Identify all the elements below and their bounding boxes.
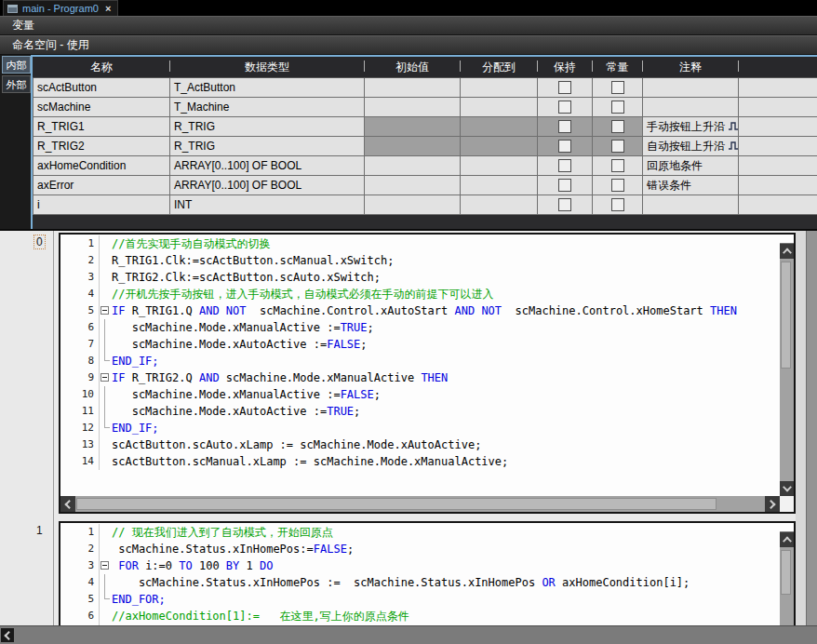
code-line[interactable]: 7 scMachine.Mode.xAutoActive :=FALSE; (60, 336, 780, 353)
constant-checkbox[interactable] (611, 179, 624, 192)
close-icon[interactable]: × (105, 3, 111, 14)
datatype-cell[interactable]: ARRAY[0..100] OF BOOL (170, 156, 365, 176)
code-line[interactable]: 2R_TRIG1.Clk:=scActButton.scManual.xSwit… (60, 252, 780, 269)
datatype-cell[interactable]: R_TRIG (170, 117, 365, 137)
tab-internal-variables[interactable]: 内部 (2, 56, 31, 74)
retain-checkbox[interactable] (558, 179, 571, 192)
code-line[interactable]: 10 scMachine.Mode.xManualActive :=FALSE; (60, 386, 780, 403)
tab-external-variables[interactable]: 外部 (2, 75, 31, 93)
view-scroll-left-button[interactable] (1, 628, 14, 642)
header-comment[interactable]: 注释 (643, 57, 739, 78)
comment-cell[interactable] (643, 98, 739, 117)
horizontal-scrollbar[interactable] (60, 496, 780, 512)
st-editor-section-0[interactable]: 1//首先实现手动自动模式的切换2R_TRIG1.Clk:=scActButto… (59, 233, 796, 514)
collapse-icon[interactable] (100, 373, 109, 382)
initial-value-cell[interactable] (365, 195, 461, 215)
assigned-to-cell[interactable] (461, 98, 538, 117)
code-line[interactable]: 9IF R_TRIG2.Q AND scMachine.Mode.xManual… (60, 369, 780, 386)
header-assigned-to[interactable]: 分配到 (461, 57, 538, 78)
vertical-scroll-track[interactable] (780, 547, 794, 629)
code-line[interactable]: 4 scMachine.Status.xInHomePos := scMachi… (60, 574, 780, 591)
code-line[interactable]: 12END_IF; (60, 420, 780, 436)
constant-checkbox[interactable] (611, 159, 624, 172)
header-name[interactable]: 名称 (33, 57, 170, 78)
splitter-handle[interactable] (780, 235, 794, 244)
scroll-up-button[interactable] (780, 532, 794, 547)
section-0-label[interactable]: 0 (34, 235, 45, 248)
header-retain[interactable]: 保持 (538, 57, 593, 78)
datatype-cell[interactable]: ARRAY[0..100] OF BOOL (170, 176, 365, 195)
view-horizontal-scrollbar[interactable] (0, 625, 817, 644)
constant-checkbox[interactable] (611, 81, 624, 94)
assigned-to-cell[interactable] (461, 176, 538, 195)
vertical-scroll-track[interactable] (780, 259, 794, 481)
horizontal-scroll-thumb[interactable] (76, 498, 717, 510)
name-cell[interactable]: R_TRIG1 (33, 117, 170, 137)
header-datatype[interactable]: 数据类型 (170, 57, 365, 78)
name-cell[interactable]: axHomeCondition (33, 156, 170, 176)
datatype-cell[interactable]: T_ActButton (170, 78, 365, 98)
vertical-scroll-thumb[interactable] (781, 262, 791, 369)
name-cell[interactable]: scActButton (33, 78, 170, 98)
code-line[interactable]: 4//开机先按手动按钮，进入手动模式，自动模式必须在手动的前提下可以进入 (60, 286, 780, 302)
assigned-to-cell[interactable] (461, 156, 538, 176)
header-constant[interactable]: 常量 (593, 57, 643, 78)
code-line[interactable]: 3R_TRIG2.Clk:=scActButton.scAuto.xSwitch… (60, 269, 780, 286)
code-line[interactable]: 1// 现在我们进入到了自动模式，开始回原点 (60, 524, 780, 541)
collapse-icon[interactable] (100, 561, 109, 570)
code-line[interactable]: 14scActButton.scManual.xLamp := scMachin… (60, 453, 780, 470)
scroll-up-button[interactable] (780, 244, 794, 259)
scroll-right-button[interactable] (765, 496, 780, 512)
retain-checkbox[interactable] (558, 120, 571, 133)
code-line[interactable]: 1//首先实现手动自动模式的切换 (60, 235, 780, 252)
code-line[interactable]: 11 scMachine.Mode.xAutoActive :=TRUE; (60, 403, 780, 420)
constant-checkbox[interactable] (611, 198, 624, 211)
assigned-to-cell[interactable] (461, 195, 538, 215)
collapse-icon[interactable] (100, 306, 109, 315)
code-lines-section-0[interactable]: 1//首先实现手动自动模式的切换2R_TRIG1.Clk:=scActButto… (60, 235, 780, 496)
vertical-scroll-thumb[interactable] (781, 550, 791, 595)
section-1-label[interactable]: 1 (34, 524, 45, 537)
vertical-scrollbar[interactable] (780, 235, 794, 496)
datatype-cell[interactable]: INT (170, 195, 365, 215)
constant-checkbox[interactable] (611, 120, 624, 133)
code-line[interactable]: 2 scMachine.Status.xInHomePos:=FALSE; (60, 541, 780, 557)
constant-checkbox[interactable] (611, 140, 624, 153)
initial-value-cell[interactable] (365, 78, 461, 98)
code-lines-section-1[interactable]: 1// 现在我们进入到了自动模式，开始回原点2 scMachine.Status… (60, 523, 780, 629)
comment-cell[interactable]: 自动按钮上升沿 (643, 137, 739, 156)
retain-checkbox[interactable] (558, 198, 571, 211)
horizontal-scroll-track[interactable] (75, 496, 765, 512)
retain-checkbox[interactable] (558, 101, 571, 114)
scroll-down-button[interactable] (780, 481, 794, 496)
comment-cell[interactable] (643, 78, 739, 98)
code-line[interactable]: 5END_FOR; (60, 591, 780, 608)
comment-cell[interactable] (643, 195, 739, 215)
comment-cell[interactable]: 错误条件 (643, 176, 739, 195)
namespace-section-bar[interactable]: 命名空间 - 使用 (0, 35, 817, 55)
name-cell[interactable]: i (33, 195, 170, 215)
datatype-cell[interactable]: T_Machine (170, 98, 365, 117)
retain-checkbox[interactable] (558, 159, 571, 172)
st-editor-section-1[interactable]: 1// 现在我们进入到了自动模式，开始回原点2 scMachine.Status… (59, 521, 796, 631)
code-line[interactable]: 6 scMachine.Mode.xManualActive :=TRUE; (60, 319, 780, 336)
code-line[interactable]: 3 FOR i:=0 TO 100 BY 1 DO (60, 557, 780, 574)
code-line[interactable]: 8END_IF; (60, 353, 780, 369)
name-cell[interactable]: axError (33, 176, 170, 195)
constant-checkbox[interactable] (611, 101, 624, 114)
assigned-to-cell[interactable] (461, 78, 538, 98)
initial-value-cell[interactable] (365, 98, 461, 117)
initial-value-cell[interactable] (365, 176, 461, 195)
code-line[interactable]: 5IF R_TRIG1.Q AND NOT scMachine.Control.… (60, 302, 780, 319)
tab-main-program0[interactable]: main - Program0 × (3, 0, 118, 16)
comment-cell[interactable]: 手动按钮上升沿 (643, 117, 739, 137)
name-cell[interactable]: scMachine (33, 98, 170, 117)
name-cell[interactable]: R_TRIG2 (33, 137, 170, 156)
vertical-scrollbar[interactable] (780, 523, 794, 629)
comment-cell[interactable]: 回原地条件 (643, 156, 739, 176)
initial-value-cell[interactable] (365, 156, 461, 176)
code-line[interactable]: 13scActButton.scAuto.xLamp := scMachine.… (60, 436, 780, 453)
splitter-handle[interactable] (780, 523, 794, 532)
scroll-left-button[interactable] (60, 496, 75, 512)
retain-checkbox[interactable] (558, 140, 571, 153)
